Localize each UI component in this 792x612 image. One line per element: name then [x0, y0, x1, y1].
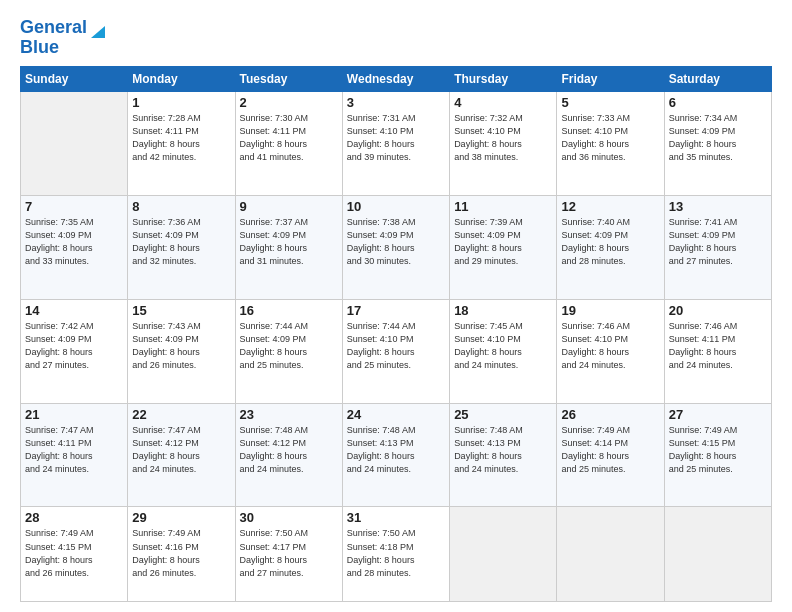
calendar-cell: 4Sunrise: 7:32 AMSunset: 4:10 PMDaylight… [450, 91, 557, 195]
calendar-cell: 22Sunrise: 7:47 AMSunset: 4:12 PMDayligh… [128, 403, 235, 507]
day-number: 8 [132, 199, 230, 214]
day-content: Sunrise: 7:34 AMSunset: 4:09 PMDaylight:… [669, 112, 767, 164]
day-header-monday: Monday [128, 66, 235, 91]
day-number: 26 [561, 407, 659, 422]
page: General Blue SundayMondayTuesdayWednesda… [0, 0, 792, 612]
calendar-week-2: 7Sunrise: 7:35 AMSunset: 4:09 PMDaylight… [21, 195, 772, 299]
day-number: 4 [454, 95, 552, 110]
calendar-cell: 27Sunrise: 7:49 AMSunset: 4:15 PMDayligh… [664, 403, 771, 507]
calendar-cell: 10Sunrise: 7:38 AMSunset: 4:09 PMDayligh… [342, 195, 449, 299]
calendar-table: SundayMondayTuesdayWednesdayThursdayFrid… [20, 66, 772, 602]
day-content: Sunrise: 7:50 AMSunset: 4:17 PMDaylight:… [240, 527, 338, 579]
day-header-tuesday: Tuesday [235, 66, 342, 91]
day-content: Sunrise: 7:43 AMSunset: 4:09 PMDaylight:… [132, 320, 230, 372]
calendar-cell: 5Sunrise: 7:33 AMSunset: 4:10 PMDaylight… [557, 91, 664, 195]
day-number: 17 [347, 303, 445, 318]
day-content: Sunrise: 7:45 AMSunset: 4:10 PMDaylight:… [454, 320, 552, 372]
day-content: Sunrise: 7:47 AMSunset: 4:11 PMDaylight:… [25, 424, 123, 476]
day-content: Sunrise: 7:49 AMSunset: 4:15 PMDaylight:… [25, 527, 123, 579]
calendar-cell: 25Sunrise: 7:48 AMSunset: 4:13 PMDayligh… [450, 403, 557, 507]
calendar-cell: 23Sunrise: 7:48 AMSunset: 4:12 PMDayligh… [235, 403, 342, 507]
logo-text-line2: Blue [20, 38, 59, 58]
day-content: Sunrise: 7:36 AMSunset: 4:09 PMDaylight:… [132, 216, 230, 268]
day-content: Sunrise: 7:32 AMSunset: 4:10 PMDaylight:… [454, 112, 552, 164]
calendar-cell [21, 91, 128, 195]
calendar-cell: 15Sunrise: 7:43 AMSunset: 4:09 PMDayligh… [128, 299, 235, 403]
calendar-cell: 2Sunrise: 7:30 AMSunset: 4:11 PMDaylight… [235, 91, 342, 195]
calendar-cell: 26Sunrise: 7:49 AMSunset: 4:14 PMDayligh… [557, 403, 664, 507]
day-content: Sunrise: 7:50 AMSunset: 4:18 PMDaylight:… [347, 527, 445, 579]
day-number: 25 [454, 407, 552, 422]
day-content: Sunrise: 7:31 AMSunset: 4:10 PMDaylight:… [347, 112, 445, 164]
day-content: Sunrise: 7:48 AMSunset: 4:12 PMDaylight:… [240, 424, 338, 476]
day-number: 2 [240, 95, 338, 110]
day-number: 12 [561, 199, 659, 214]
calendar-week-4: 21Sunrise: 7:47 AMSunset: 4:11 PMDayligh… [21, 403, 772, 507]
day-number: 7 [25, 199, 123, 214]
day-number: 30 [240, 510, 338, 525]
day-header-sunday: Sunday [21, 66, 128, 91]
calendar-cell [450, 507, 557, 602]
calendar-cell: 30Sunrise: 7:50 AMSunset: 4:17 PMDayligh… [235, 507, 342, 602]
day-number: 11 [454, 199, 552, 214]
calendar-cell: 13Sunrise: 7:41 AMSunset: 4:09 PMDayligh… [664, 195, 771, 299]
calendar-cell: 28Sunrise: 7:49 AMSunset: 4:15 PMDayligh… [21, 507, 128, 602]
calendar-cell: 18Sunrise: 7:45 AMSunset: 4:10 PMDayligh… [450, 299, 557, 403]
day-content: Sunrise: 7:40 AMSunset: 4:09 PMDaylight:… [561, 216, 659, 268]
calendar-week-3: 14Sunrise: 7:42 AMSunset: 4:09 PMDayligh… [21, 299, 772, 403]
calendar-header-row: SundayMondayTuesdayWednesdayThursdayFrid… [21, 66, 772, 91]
day-number: 3 [347, 95, 445, 110]
calendar-cell: 14Sunrise: 7:42 AMSunset: 4:09 PMDayligh… [21, 299, 128, 403]
day-content: Sunrise: 7:41 AMSunset: 4:09 PMDaylight:… [669, 216, 767, 268]
logo-icon [87, 18, 105, 38]
day-content: Sunrise: 7:38 AMSunset: 4:09 PMDaylight:… [347, 216, 445, 268]
day-number: 9 [240, 199, 338, 214]
day-content: Sunrise: 7:46 AMSunset: 4:10 PMDaylight:… [561, 320, 659, 372]
calendar-cell: 8Sunrise: 7:36 AMSunset: 4:09 PMDaylight… [128, 195, 235, 299]
calendar-cell: 16Sunrise: 7:44 AMSunset: 4:09 PMDayligh… [235, 299, 342, 403]
day-number: 22 [132, 407, 230, 422]
logo-text-line1: General [20, 18, 87, 38]
day-header-saturday: Saturday [664, 66, 771, 91]
day-number: 31 [347, 510, 445, 525]
calendar-cell: 29Sunrise: 7:49 AMSunset: 4:16 PMDayligh… [128, 507, 235, 602]
header: General Blue [20, 18, 772, 58]
day-content: Sunrise: 7:48 AMSunset: 4:13 PMDaylight:… [347, 424, 445, 476]
calendar-cell: 7Sunrise: 7:35 AMSunset: 4:09 PMDaylight… [21, 195, 128, 299]
calendar-cell: 12Sunrise: 7:40 AMSunset: 4:09 PMDayligh… [557, 195, 664, 299]
day-number: 10 [347, 199, 445, 214]
calendar-cell: 21Sunrise: 7:47 AMSunset: 4:11 PMDayligh… [21, 403, 128, 507]
day-content: Sunrise: 7:39 AMSunset: 4:09 PMDaylight:… [454, 216, 552, 268]
calendar-cell: 19Sunrise: 7:46 AMSunset: 4:10 PMDayligh… [557, 299, 664, 403]
day-content: Sunrise: 7:30 AMSunset: 4:11 PMDaylight:… [240, 112, 338, 164]
day-number: 1 [132, 95, 230, 110]
day-content: Sunrise: 7:44 AMSunset: 4:10 PMDaylight:… [347, 320, 445, 372]
day-number: 28 [25, 510, 123, 525]
day-content: Sunrise: 7:49 AMSunset: 4:15 PMDaylight:… [669, 424, 767, 476]
calendar-cell: 17Sunrise: 7:44 AMSunset: 4:10 PMDayligh… [342, 299, 449, 403]
calendar-week-5: 28Sunrise: 7:49 AMSunset: 4:15 PMDayligh… [21, 507, 772, 602]
day-content: Sunrise: 7:46 AMSunset: 4:11 PMDaylight:… [669, 320, 767, 372]
day-number: 24 [347, 407, 445, 422]
day-number: 16 [240, 303, 338, 318]
day-header-friday: Friday [557, 66, 664, 91]
calendar-cell: 9Sunrise: 7:37 AMSunset: 4:09 PMDaylight… [235, 195, 342, 299]
calendar-cell: 31Sunrise: 7:50 AMSunset: 4:18 PMDayligh… [342, 507, 449, 602]
day-number: 14 [25, 303, 123, 318]
day-content: Sunrise: 7:28 AMSunset: 4:11 PMDaylight:… [132, 112, 230, 164]
day-number: 29 [132, 510, 230, 525]
day-number: 18 [454, 303, 552, 318]
day-number: 19 [561, 303, 659, 318]
calendar-week-1: 1Sunrise: 7:28 AMSunset: 4:11 PMDaylight… [21, 91, 772, 195]
day-content: Sunrise: 7:44 AMSunset: 4:09 PMDaylight:… [240, 320, 338, 372]
calendar-cell: 24Sunrise: 7:48 AMSunset: 4:13 PMDayligh… [342, 403, 449, 507]
day-header-wednesday: Wednesday [342, 66, 449, 91]
day-number: 27 [669, 407, 767, 422]
logo: General Blue [20, 18, 105, 58]
calendar-cell: 20Sunrise: 7:46 AMSunset: 4:11 PMDayligh… [664, 299, 771, 403]
day-content: Sunrise: 7:35 AMSunset: 4:09 PMDaylight:… [25, 216, 123, 268]
day-number: 5 [561, 95, 659, 110]
calendar-cell: 11Sunrise: 7:39 AMSunset: 4:09 PMDayligh… [450, 195, 557, 299]
day-content: Sunrise: 7:33 AMSunset: 4:10 PMDaylight:… [561, 112, 659, 164]
calendar-cell: 3Sunrise: 7:31 AMSunset: 4:10 PMDaylight… [342, 91, 449, 195]
